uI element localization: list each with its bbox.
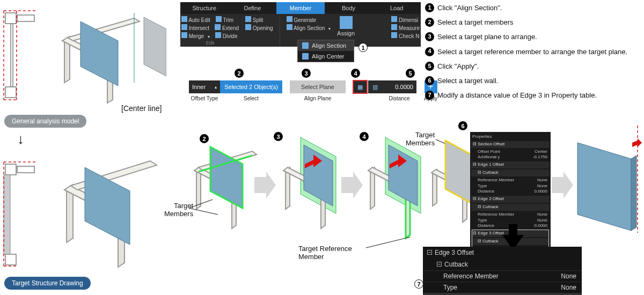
measure-button[interactable]: Measure xyxy=(391,24,420,31)
divide-icon xyxy=(215,32,221,38)
extend-button[interactable]: Extend xyxy=(215,24,239,31)
align-center-item-icon xyxy=(302,53,309,60)
select-plane-button[interactable]: Select Plane xyxy=(290,80,346,93)
callout-5a: 5 xyxy=(406,69,415,78)
instruction-6: Select a target wall. xyxy=(437,76,498,86)
option-bar: Inner▴ Offset Type Selected 2 Object(s) … xyxy=(189,80,437,101)
auto-edit-icon xyxy=(181,16,187,22)
align-section-item-icon xyxy=(302,42,309,49)
svg-marker-9 xyxy=(80,21,118,86)
callout-3a: 3 xyxy=(302,69,311,78)
dropdown-align-section[interactable]: Align Section xyxy=(298,40,354,51)
distance-input[interactable]: 0.0000 xyxy=(382,80,416,93)
properties-title: Properties xyxy=(472,134,548,140)
align-mode-label xyxy=(367,95,369,101)
opening-icon xyxy=(245,24,251,30)
ribbon-group-view: Dimensi Measure Check N xyxy=(391,16,420,46)
align-section-button[interactable]: Align Section ▾ xyxy=(287,24,331,31)
extend-icon xyxy=(215,24,221,30)
trim-icon xyxy=(216,16,222,22)
measure-icon xyxy=(391,24,397,30)
svg-marker-49 xyxy=(577,143,631,231)
centerline-label: [Center line] xyxy=(121,104,162,113)
ribbon-tabs: Structure Define Member Body Load xyxy=(180,2,421,14)
step3-diagram xyxy=(272,124,352,237)
distance-label: Distance xyxy=(389,95,410,101)
instruction-2: Select a target members xyxy=(437,18,514,27)
generate-icon xyxy=(287,16,292,22)
divide-button[interactable]: Divide xyxy=(215,32,238,39)
intersect-button[interactable]: Intersect xyxy=(181,24,209,31)
ribbon-group-edit2: Split Opening xyxy=(245,16,273,46)
distance-row[interactable]: Distance-0.2500 xyxy=(423,293,582,295)
callout-7: 7 xyxy=(414,279,423,289)
tab-structure[interactable]: Structure xyxy=(180,2,229,14)
edge3-offset-header[interactable]: Edge 3 Offset xyxy=(423,247,582,259)
align-section-dropdown: Align Section Align Center xyxy=(297,40,354,62)
svg-marker-50 xyxy=(631,156,636,231)
svg-rect-1 xyxy=(5,87,16,98)
instruction-3: Select a target plane to arrange. xyxy=(437,32,537,42)
properties-panel-large: Edge 3 Offset Cutback Reference MemberNo… xyxy=(423,247,582,295)
cutback-header[interactable]: Cutback xyxy=(423,259,582,270)
instruction-7: Modify a distance value of Edge 3 in Pro… xyxy=(437,91,597,100)
generate-button[interactable]: Generate xyxy=(287,16,316,23)
align-section-icon xyxy=(287,24,292,30)
final-wall-diagram xyxy=(574,123,642,236)
general-analysis-pill: General analysis model xyxy=(4,115,86,128)
tab-define[interactable]: Define xyxy=(229,2,277,14)
edge2-header[interactable]: ⊟ Edge 2 Offset xyxy=(471,196,550,203)
check-icon xyxy=(391,32,397,38)
callout-1: 1 xyxy=(358,43,368,52)
svg-rect-2 xyxy=(17,15,34,21)
leader-2 xyxy=(188,198,231,220)
select-label: Select xyxy=(244,95,259,101)
offset-type-label: Offset Type xyxy=(191,95,218,101)
instruction-5: Click "Apply". xyxy=(437,62,479,71)
merge-icon xyxy=(181,32,187,38)
leader-4 xyxy=(365,236,419,252)
ribbon-group-edit: Auto Edit Trim Intersect Extend Merge ▾ … xyxy=(181,16,239,46)
opening-button[interactable]: Opening xyxy=(245,24,273,31)
instruction-list: 1Click "Align Section". 2Select a target… xyxy=(425,3,627,105)
target-structure-pill: Target Structure Drawing xyxy=(4,277,91,290)
select-objects-button[interactable]: Selected 2 Object(s) xyxy=(220,80,282,93)
instruction-1: Click "Align Section". xyxy=(437,3,502,13)
align-mode-a-button[interactable]: ▦ xyxy=(353,80,367,93)
svg-marker-51 xyxy=(632,138,642,147)
ribbon-group-edit-label: Edit xyxy=(181,40,239,46)
trim-button[interactable]: Trim xyxy=(216,16,233,23)
split-button[interactable]: Split xyxy=(245,16,263,23)
split-icon xyxy=(245,16,251,22)
check-button[interactable]: Check N xyxy=(391,32,419,39)
plan-view-top xyxy=(2,10,40,101)
seq-arrow-6r xyxy=(552,172,573,198)
instruction-4: Select a target reference member to arra… xyxy=(437,47,627,57)
target-reference-caption: Target Reference Member xyxy=(298,245,352,261)
merge-button[interactable]: Merge ▾ xyxy=(181,32,210,39)
offset-type-select[interactable]: Inner▴ xyxy=(189,80,220,93)
auto-edit-button[interactable]: Auto Edit xyxy=(181,16,210,23)
arrow-down-icon: ↓ xyxy=(17,131,24,148)
callout-6: 6 xyxy=(458,121,467,130)
dimension-button[interactable]: Dimensi xyxy=(391,16,418,23)
tab-member[interactable]: Member xyxy=(276,2,325,14)
tab-load[interactable]: Load xyxy=(372,2,421,14)
svg-marker-20 xyxy=(85,167,130,245)
dropdown-align-center[interactable]: Align Center xyxy=(298,51,354,62)
svg-rect-0 xyxy=(5,13,16,24)
align-mode-b-button[interactable]: ▥ xyxy=(368,80,382,93)
intersect-icon xyxy=(181,24,187,30)
tab-body[interactable]: Body xyxy=(325,2,373,14)
ref-member-row[interactable]: Reference MemberNone xyxy=(423,270,582,282)
type-row[interactable]: TypeNone xyxy=(423,282,582,293)
align-plane-label: Align Plane xyxy=(304,95,332,101)
section-offset-header[interactable]: ⊟ Section Offset xyxy=(471,141,550,148)
plan-view-bottom xyxy=(2,161,40,268)
edge1-header[interactable]: ⊟ Edge 1 Offset xyxy=(471,161,550,168)
svg-rect-12 xyxy=(5,164,16,175)
callout-2a: 2 xyxy=(235,69,244,78)
step2-diagram xyxy=(182,129,263,236)
assign-icon xyxy=(340,16,353,29)
iso-target-structure xyxy=(43,151,172,269)
